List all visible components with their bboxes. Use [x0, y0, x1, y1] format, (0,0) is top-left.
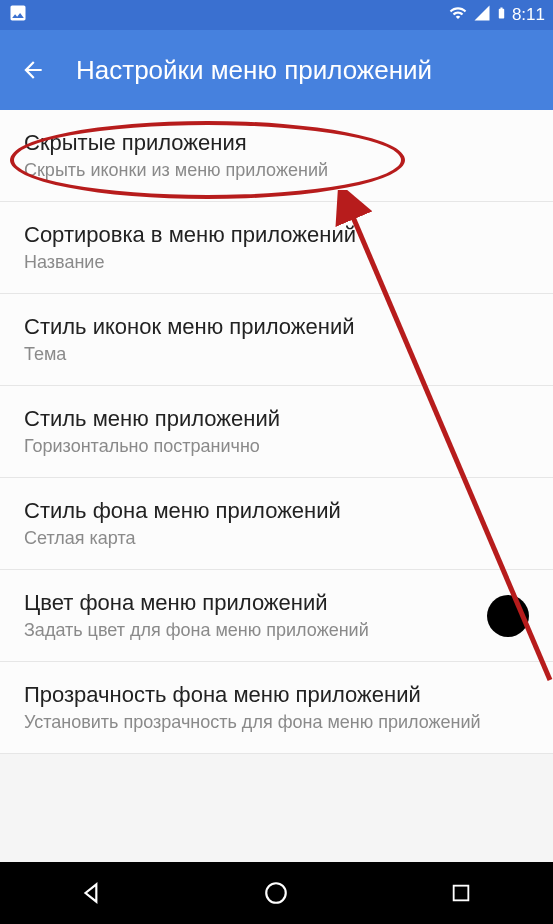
triangle-back-icon [79, 880, 105, 906]
settings-item-bg-opacity[interactable]: Прозрачность фона меню приложений Устано… [0, 662, 553, 754]
item-subtitle: Тема [24, 344, 529, 365]
settings-item-sort[interactable]: Сортировка в меню приложений Название [0, 202, 553, 294]
color-swatch [487, 595, 529, 637]
status-bar: 8:11 [0, 0, 553, 30]
item-subtitle: Название [24, 252, 529, 273]
item-subtitle: Установить прозрачность для фона меню пр… [24, 712, 529, 733]
item-subtitle: Скрыть иконки из меню приложений [24, 160, 529, 181]
app-header: Настройки меню приложений [0, 30, 553, 110]
settings-item-bg-style[interactable]: Стиль фона меню приложений Сетлая карта [0, 478, 553, 570]
item-title: Сортировка в меню приложений [24, 222, 529, 248]
status-time: 8:11 [512, 5, 545, 25]
wifi-icon [447, 4, 469, 27]
settings-list: Скрытые приложения Скрыть иконки из меню… [0, 110, 553, 754]
nav-recent-button[interactable] [421, 873, 501, 913]
settings-item-icon-style[interactable]: Стиль иконок меню приложений Тема [0, 294, 553, 386]
item-subtitle: Задать цвет для фона меню приложений [24, 620, 475, 641]
item-title: Стиль иконок меню приложений [24, 314, 529, 340]
square-recent-icon [450, 882, 472, 904]
item-title: Стиль меню приложений [24, 406, 529, 432]
page-title: Настройки меню приложений [76, 55, 432, 86]
navigation-bar [0, 862, 553, 924]
nav-home-button[interactable] [236, 873, 316, 913]
nav-back-button[interactable] [52, 873, 132, 913]
item-title: Цвет фона меню приложений [24, 590, 475, 616]
signal-icon [473, 4, 491, 27]
settings-item-bg-color[interactable]: Цвет фона меню приложений Задать цвет дл… [0, 570, 553, 662]
settings-item-hidden-apps[interactable]: Скрытые приложения Скрыть иконки из меню… [0, 110, 553, 202]
battery-icon [495, 3, 508, 28]
picture-icon [8, 3, 28, 28]
svg-point-2 [267, 883, 287, 903]
settings-item-menu-style[interactable]: Стиль меню приложений Горизонтально пост… [0, 386, 553, 478]
back-button[interactable] [18, 55, 48, 85]
circle-home-icon [263, 880, 289, 906]
item-title: Стиль фона меню приложений [24, 498, 529, 524]
item-subtitle: Горизонтально постранично [24, 436, 529, 457]
item-title: Скрытые приложения [24, 130, 529, 156]
item-title: Прозрачность фона меню приложений [24, 682, 529, 708]
item-subtitle: Сетлая карта [24, 528, 529, 549]
svg-rect-3 [453, 886, 468, 901]
arrow-back-icon [20, 57, 46, 83]
